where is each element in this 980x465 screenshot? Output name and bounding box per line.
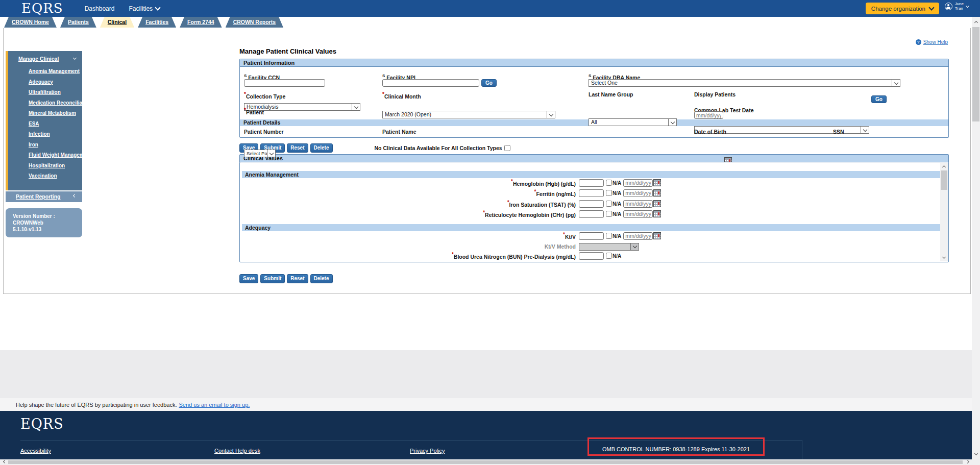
sidebar-item-manage-clinical[interactable]: Manage Clinical — [8, 56, 82, 62]
no-clinical-data-label: No Clinical Data Available For All Colle… — [375, 145, 502, 151]
tab-clinical[interactable]: Clinical — [100, 17, 134, 28]
show-help-link[interactable]: Show Help — [916, 39, 948, 45]
chevron-down-icon — [547, 111, 555, 118]
help-icon — [916, 39, 921, 45]
patient-information-header: Patient Information — [240, 59, 948, 67]
clinical-values-scrollbar[interactable] — [940, 163, 948, 261]
tab-bar: CROWN Home Patients Clinical Facilities … — [4, 17, 283, 28]
scroll-right-icon[interactable] — [964, 459, 971, 465]
tab-form-2744[interactable]: Form 2744 — [180, 17, 222, 28]
delete-button[interactable]: Delete — [310, 274, 333, 283]
display-patients-label: Display Patients — [694, 91, 736, 97]
chevron-left-icon — [73, 194, 77, 198]
sidebar-item-patient-reporting[interactable]: Patient Reporting — [6, 191, 82, 202]
reticulocyte-date-input[interactable] — [623, 210, 653, 218]
chevron-down-icon — [966, 4, 969, 7]
scroll-down-icon[interactable] — [972, 450, 980, 458]
ktv-date-input[interactable] — [623, 232, 653, 240]
scroll-down-icon[interactable] — [940, 254, 948, 261]
nav-facilities[interactable]: Facilities — [129, 5, 160, 12]
patient-label: *Patient — [244, 107, 264, 115]
sidebar-item-adequacy[interactable]: Adequacy — [29, 79, 82, 85]
sidebar-item-ultrafiltration[interactable]: Ultrafiltration — [29, 89, 82, 95]
calendar-icon[interactable] — [653, 210, 661, 217]
common-lab-test-date-input[interactable] — [694, 111, 723, 119]
save-button[interactable]: Save — [239, 274, 258, 283]
last-name-group-select[interactable]: All — [589, 118, 677, 126]
feedback-email-link[interactable]: Send us an email to sign up. — [179, 402, 250, 408]
scroll-up-icon[interactable] — [972, 18, 980, 26]
sidebar-item-mineral-metabolism[interactable]: Mineral Metabolism — [29, 110, 82, 116]
col-patient-number: Patient Number — [244, 129, 284, 135]
reset-button[interactable]: Reset — [287, 143, 308, 153]
ferritin-na-checkbox[interactable] — [606, 190, 612, 196]
sidebar-item-hospitalization[interactable]: Hospitalization — [29, 163, 82, 168]
sidebar-item-infection[interactable]: Infection — [29, 131, 82, 137]
sidebar-item-vaccination[interactable]: Vaccination — [29, 173, 82, 179]
ferritin-row: *Ferritin (ng/mL) N/A — [240, 189, 661, 197]
scroll-up-icon[interactable] — [940, 163, 948, 170]
facility-npi-input[interactable] — [382, 79, 479, 87]
sidebar-item-medication-reconciliation[interactable]: Medication Reconciliation — [29, 100, 82, 106]
scroll-left-icon[interactable] — [1, 459, 8, 465]
submit-button[interactable]: Submit — [260, 274, 285, 283]
bun-input[interactable] — [579, 252, 604, 260]
page-horizontal-scrollbar[interactable] — [0, 459, 980, 465]
nav-dashboard[interactable]: Dashboard — [85, 5, 115, 12]
no-clinical-data-checkbox[interactable] — [504, 145, 510, 151]
patient-information-panel: Patient Information S Facility CCN S Fac… — [239, 59, 949, 138]
calendar-icon[interactable] — [653, 189, 661, 197]
sidebar-item-anemia-management[interactable]: Anemia Management — [29, 68, 82, 74]
ferritin-date-input[interactable] — [623, 189, 653, 197]
col-ssn: SSN — [833, 129, 844, 135]
iron-saturation-date-input[interactable] — [623, 200, 653, 208]
col-patient-name: Patient Name — [382, 129, 416, 135]
page-background-band — [0, 350, 972, 398]
scrollbar-thumb[interactable] — [8, 460, 963, 464]
tab-facilities[interactable]: Facilities — [138, 17, 176, 28]
facility-ccn-input[interactable] — [244, 79, 325, 87]
scrollbar-thumb[interactable] — [972, 27, 979, 121]
facility-npi-go-button[interactable]: Go — [481, 79, 497, 87]
calendar-icon[interactable] — [653, 179, 661, 186]
clinical-month-select[interactable]: March 2020 (Open) — [382, 111, 555, 118]
delete-button[interactable]: Delete — [310, 143, 333, 153]
hemoglobin-input[interactable] — [579, 179, 604, 187]
tab-crown-reports[interactable]: CROWN Reports — [226, 17, 283, 28]
iron-saturation-input[interactable] — [579, 200, 604, 208]
footer-link-accessibility[interactable]: Accessibility — [20, 448, 51, 454]
calendar-icon[interactable] — [653, 200, 661, 207]
bun-na-checkbox[interactable] — [606, 253, 612, 259]
main-form: Manage Patient Clinical Values Patient I… — [239, 47, 949, 283]
actions-row-top: Save Submit Reset Delete No Clinical Dat… — [239, 143, 949, 152]
scrollbar-thumb[interactable] — [941, 170, 947, 190]
facility-dba-select[interactable]: Select One — [589, 79, 900, 87]
tab-crown-home[interactable]: CROWN Home — [4, 17, 57, 28]
clinical-month-label: *Clinical Month — [382, 91, 421, 100]
chevron-down-icon — [630, 243, 639, 250]
page-vertical-scrollbar[interactable] — [972, 17, 980, 459]
feedback-text: Help shape the future of EQRS by partici… — [16, 402, 177, 408]
hemoglobin-date-input[interactable] — [623, 179, 653, 187]
sidebar-item-fluid-weight-management[interactable]: Fluid Weight Management — [29, 152, 82, 158]
footer-link-privacy-policy[interactable]: Privacy Policy — [410, 448, 445, 454]
hemoglobin-row: *Hemoglobin (Hgb) (g/dL) N/A — [240, 179, 661, 187]
reset-button[interactable]: Reset — [287, 274, 308, 283]
sidebar-item-esa[interactable]: ESA — [29, 121, 82, 127]
display-patients-go-button[interactable]: Go — [871, 95, 887, 103]
footer-link-contact-help-desk[interactable]: Contact Help desk — [214, 448, 260, 454]
reticulocyte-na-checkbox[interactable] — [606, 211, 612, 217]
calendar-icon[interactable] — [653, 232, 661, 239]
ktv-input[interactable] — [579, 232, 604, 240]
reticulocyte-input[interactable] — [579, 210, 604, 218]
sidebar-item-iron[interactable]: Iron — [29, 142, 82, 148]
ferritin-input[interactable] — [579, 189, 604, 197]
patient-select[interactable]: Select Patient — [244, 150, 276, 157]
hemoglobin-na-checkbox[interactable] — [606, 180, 612, 186]
user-menu[interactable]: JuneTran — [945, 2, 969, 11]
change-organization-button[interactable]: Change organization — [866, 3, 939, 14]
menu-items: Anemia Management Adequacy Ultrafiltrati… — [8, 68, 82, 179]
iron-saturation-na-checkbox[interactable] — [606, 201, 612, 207]
ktv-na-checkbox[interactable] — [606, 233, 612, 239]
tab-patients[interactable]: Patients — [60, 17, 96, 28]
